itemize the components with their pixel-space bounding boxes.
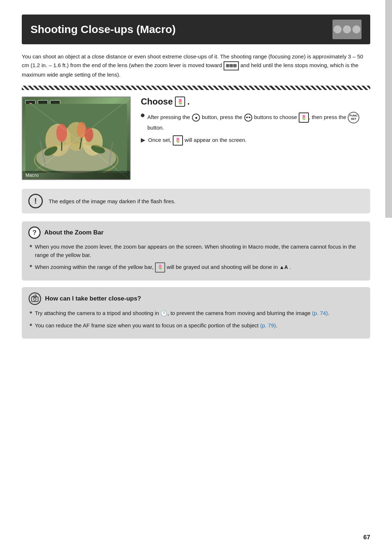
page: Shooting Close-ups (Macro) You can shoot… [0,0,392,552]
page-title: Shooting Close-ups (Macro) [30,23,176,36]
title-decoration [334,25,360,33]
choose-bullet-2: ▶ Once set, 🌷 will appear on the screen. [141,135,370,146]
tip-box: How can I take better close-ups? Try att… [22,287,370,339]
left-arrow-btn: ◄ [192,114,200,122]
stripe-divider [22,86,370,90]
zoom-bar-header: ? About the Zoom Bar [28,226,364,239]
tip-link-1[interactable]: (p. 74) [312,310,328,316]
macro-label: Macro [23,171,130,179]
tip-bullet-1: Try attaching the camera to a tripod and… [30,309,364,318]
macro-flower-icon: 🌷 [175,97,185,107]
choose-bullet-2-text: Once set, 🌷 will appear on the screen. [148,135,246,146]
page-number: 67 [363,534,370,541]
svg-rect-18 [32,297,38,302]
tip-box-title: How can I take better close-ups? [45,295,141,302]
mountain-icon-inline: ▲A [279,263,288,271]
macro-image: 🌷 ▲ ▲▲ [22,97,131,180]
title-circle-1 [334,25,342,33]
zoom-bar-bullet-2: When zooming within the range of the yel… [30,262,364,273]
svg-point-20 [34,298,36,300]
info-symbol: ? [33,229,37,237]
dot-2 [30,265,32,267]
choose-bullet-1-text: After pressing the ◄ button, press the ◄… [147,112,370,132]
tip-link-2[interactable]: (p. 79) [260,322,276,328]
page-title-bar: Shooting Close-ups (Macro) [22,15,370,44]
func-set-btn: FUNCSET [348,112,359,123]
choose-label: Choose [141,97,173,107]
tip-dot-1 [30,311,32,314]
title-icon [332,20,362,39]
choose-section: 🌷 ▲ ▲▲ [22,97,370,180]
macro-icon-inline-1: 🌷 [299,113,309,123]
title-circle-3 [352,25,360,33]
svg-point-21 [32,296,33,297]
zoom-bar-bullet-1: When you move the zoom lever, the zoom b… [30,242,364,259]
tip-box-header: How can I take better close-ups? [28,292,364,305]
zoom-bar-bullet-2-text: When zooming within the range of the yel… [35,262,291,273]
self-timer-icon: 🕐 [160,309,167,318]
tip-bullet-2: You can reduce the AF frame size when yo… [30,321,364,330]
svg-point-17 [29,293,41,304]
tip-bullet-2-text: You can reduce the AF frame size when yo… [35,321,277,330]
macro-icon-inline-3: 🌷 [155,262,165,273]
scroll-bar[interactable] [385,0,392,218]
choose-text-area: Choose 🌷. After pressing the ◄ button, p… [141,97,370,149]
intro-paragraph: You can shoot an object at a close dista… [22,52,370,79]
bullet-dot-1 [141,114,144,117]
zoom-bar-box: ? About the Zoom Bar When you move the z… [22,221,370,281]
caution-text: The edges of the image may darken if the… [49,198,175,204]
zoom-bar-bullets: When you move the zoom lever, the zoom b… [28,242,364,273]
dot-1 [30,245,32,247]
lr-arrows-btn: ◄► [244,114,252,122]
choose-bullets: After pressing the ◄ button, press the ◄… [141,112,370,146]
info-icon: ? [28,226,41,239]
tip-bullets: Try attaching the camera to a tripod and… [28,309,364,330]
choose-bullet-1: After pressing the ◄ button, press the ◄… [141,112,370,132]
caution-icon: ! [28,194,43,208]
svg-rect-19 [33,296,36,297]
tip-icon [28,292,41,305]
macro-icon-inline-2: 🌷 [173,135,183,146]
tip-bullet-1-text: Try attaching the camera to a tripod and… [35,309,329,318]
caution-box: ! The edges of the image may darken if t… [22,189,370,213]
zoom-bar-title: About the Zoom Bar [44,229,103,236]
choose-heading: Choose 🌷. [141,97,370,107]
svg-line-15 [23,97,131,180]
arrow-bullet-2: ▶ [141,136,145,145]
zoom-icon: ⊞⊞⊞ [224,61,239,70]
caution-symbol: ! [34,196,37,206]
title-circle-2 [343,25,351,33]
zoom-bar-bullet-1-text: When you move the zoom lever, the zoom b… [35,242,364,259]
tip-dot-2 [30,324,32,326]
